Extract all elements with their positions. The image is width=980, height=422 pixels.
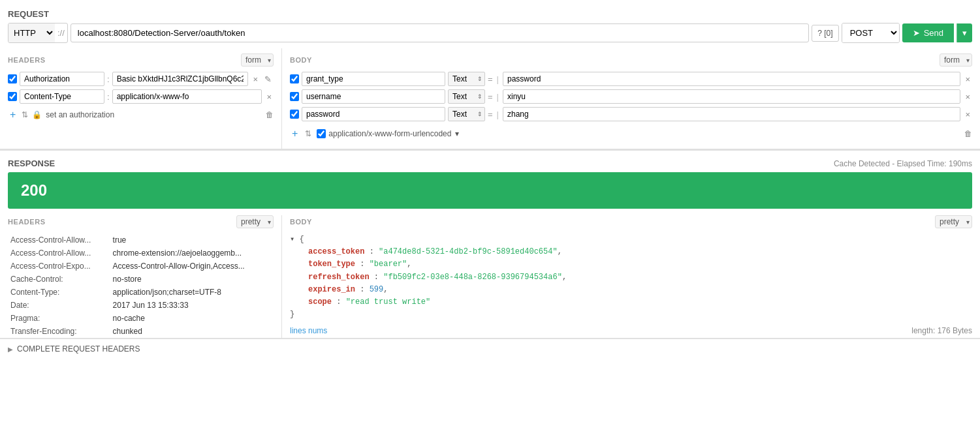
resp-header-key: Content-Type:: [8, 286, 110, 299]
headers-form-select-wrap: form raw: [241, 53, 274, 67]
body-2-type-select[interactable]: Text File: [449, 90, 484, 103]
resp-header-key: Access-Control-Allow...: [8, 247, 110, 260]
question-badge: ? [0]: [812, 25, 838, 42]
body-2-remove-btn[interactable]: ×: [963, 91, 972, 103]
body-label: BODY: [290, 56, 312, 64]
response-header-row: RESPONSE Cache Detected - Elapsed Time: …: [8, 155, 972, 172]
eq-3: =: [488, 110, 493, 119]
resp-header-row: Cache-Control: no-store: [8, 273, 274, 286]
body-col: BODY form raw Text File: [282, 48, 972, 149]
http-method-select[interactable]: POST GET PUT DELETE: [842, 23, 899, 42]
resp-header-val: Access-Control-Allow-Origin,Access...: [110, 260, 274, 273]
response-section: RESPONSE Cache Detected - Elapsed Time: …: [0, 151, 980, 338]
header-2-checkbox[interactable]: [8, 92, 17, 101]
body-2-value[interactable]: [503, 89, 960, 104]
resp-header-val: true: [110, 234, 274, 247]
body-2-type-wrap: Text File: [448, 89, 485, 104]
resp-header-val: chunked: [110, 325, 274, 338]
resp-headers-col-header: HEADERS pretty raw: [8, 215, 274, 228]
header-2-remove-btn[interactable]: ×: [264, 91, 274, 103]
delete-icon-header[interactable]: 🗑: [266, 110, 274, 119]
add-body-btn[interactable]: +: [290, 127, 300, 141]
body-col-header: BODY form raw: [290, 53, 972, 67]
eq-2: =: [488, 92, 493, 102]
body-2-checkbox[interactable]: [290, 92, 299, 101]
body-footer: lines nums length: 176 Bytes: [290, 326, 972, 335]
json-refresh-token: refresh_token : "fb509fc2-03e8-448a-8268…: [290, 271, 972, 284]
resp-headers-pretty-wrap: pretty raw: [236, 215, 274, 228]
close-brace: }: [290, 310, 294, 319]
body-add-row: + ⇅ application/x-www-form-urlencoded ▾ …: [290, 127, 972, 141]
body-3-type-select[interactable]: Text File: [449, 108, 484, 121]
resp-header-row: Content-Type: application/json;charset=U…: [8, 286, 274, 299]
encoding-label: application/x-www-form-urlencoded: [328, 129, 451, 138]
json-scope: scope : "read trust write": [290, 296, 972, 309]
request-section: REQUEST HTTP HTTPS :// ? [0] POST GET PU…: [0, 0, 980, 150]
pipe-2: |: [497, 92, 499, 102]
lines-nums-link[interactable]: lines nums: [290, 326, 327, 335]
header-1-value[interactable]: [112, 72, 249, 86]
header-row: : ×: [8, 89, 274, 104]
body-1-key[interactable]: [302, 72, 445, 86]
resp-header-val: 2017 Jun 13 15:33:33: [110, 299, 274, 312]
body-3-remove-btn[interactable]: ×: [963, 108, 972, 121]
json-access-token: access_token : "a474de8d-5321-4db2-bf9c-…: [290, 246, 972, 258]
body-form-select[interactable]: form raw: [940, 53, 972, 67]
send-button[interactable]: ➤ Send: [902, 23, 954, 42]
header-2-key[interactable]: [20, 89, 104, 104]
headers-col-header: HEADERS form raw: [8, 53, 274, 67]
pipe-3: |: [497, 110, 499, 119]
method-separator: ://: [55, 28, 67, 38]
resp-header-val: application/json;charset=UTF-8: [110, 286, 274, 299]
lock-icon: 🔒: [32, 110, 42, 119]
response-headers-table: Access-Control-Allow... true Access-Cont…: [8, 234, 274, 338]
response-body-col: BODY pretty raw ▾ { access_token : "a474…: [282, 215, 972, 338]
json-expires-in: expires_in : 599,: [290, 284, 972, 296]
json-body: ▾ { access_token : "a474de8d-5321-4db2-b…: [290, 234, 972, 321]
header-1-edit-btn[interactable]: ✎: [262, 73, 274, 85]
resp-body-pretty-select[interactable]: pretty raw: [935, 215, 972, 228]
complete-headers-label: COMPLETE REQUEST HEADERS: [17, 344, 140, 354]
send-label: Send: [924, 28, 943, 38]
body-3-key[interactable]: [302, 107, 445, 121]
request-two-col: HEADERS form raw : × ✎: [8, 48, 972, 149]
header-2-value[interactable]: [112, 89, 262, 104]
body-1-value[interactable]: [503, 72, 960, 86]
resp-body-col-header: BODY pretty raw: [290, 215, 972, 228]
response-headers-col: HEADERS pretty raw Access-Control-Allow.…: [8, 215, 282, 338]
headers-form-select[interactable]: form raw: [241, 53, 274, 67]
status-bar: 200: [8, 172, 972, 209]
resp-header-key: Cache-Control:: [8, 273, 110, 286]
body-3-checkbox[interactable]: [290, 110, 299, 119]
length-info: length: 176 Bytes: [911, 326, 972, 335]
body-3-value[interactable]: [503, 107, 960, 121]
body-3-type-wrap: Text File: [448, 107, 485, 121]
add-header-btn[interactable]: +: [8, 108, 18, 122]
body-2-key[interactable]: [302, 89, 445, 104]
method-select[interactable]: HTTP HTTPS: [8, 23, 55, 42]
body-sort-icon: ⇅: [305, 129, 311, 138]
encoding-dropdown-arrow[interactable]: ▾: [455, 129, 459, 138]
post-select-wrap: POST GET PUT DELETE: [842, 23, 900, 43]
complete-request-headers-row[interactable]: ▶ COMPLETE REQUEST HEADERS: [0, 339, 980, 359]
status-code: 200: [21, 181, 47, 199]
set-auth-label[interactable]: set an authorization: [46, 110, 114, 119]
body-1-remove-btn[interactable]: ×: [963, 73, 972, 85]
resp-headers-pretty-select[interactable]: pretty raw: [236, 215, 274, 228]
body-row: Text File = | ×: [290, 89, 972, 104]
body-1-checkbox[interactable]: [290, 74, 299, 83]
encoding-checkbox[interactable]: [317, 129, 326, 138]
send-arrow-icon: ➤: [913, 28, 920, 38]
resp-header-val: no-cache: [110, 312, 274, 325]
body-1-type-select[interactable]: Text File: [449, 72, 484, 85]
header-1-key[interactable]: [20, 72, 104, 86]
eq-1: =: [488, 74, 493, 84]
delete-icon-body[interactable]: 🗑: [964, 129, 972, 138]
resp-header-key: Access-Control-Expo...: [8, 260, 110, 273]
send-dropdown-button[interactable]: ▾: [956, 23, 972, 42]
header-1-remove-btn[interactable]: ×: [251, 73, 260, 85]
open-brace: ▾ {: [290, 235, 304, 244]
chevron-right-icon: ▶: [8, 346, 13, 353]
url-input[interactable]: [71, 23, 809, 42]
header-1-checkbox[interactable]: [8, 74, 17, 83]
